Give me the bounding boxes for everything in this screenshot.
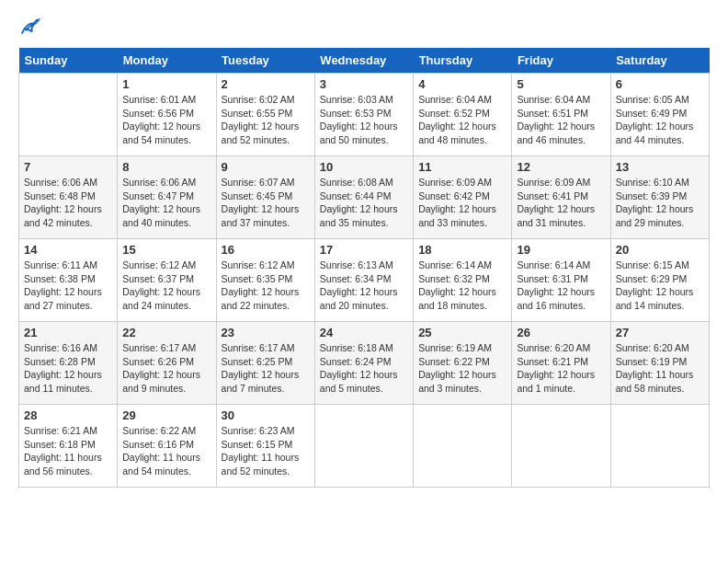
day-number: 26 (517, 326, 605, 339)
day-info: Sunrise: 6:10 AM Sunset: 6:39 PM Dayligh… (616, 176, 704, 230)
day-cell (610, 405, 709, 488)
header-cell-monday: Monday (118, 48, 216, 74)
day-cell: 28Sunrise: 6:21 AM Sunset: 6:18 PM Dayli… (19, 405, 118, 488)
day-info: Sunrise: 6:14 AM Sunset: 6:31 PM Dayligh… (517, 259, 605, 313)
day-number: 24 (320, 326, 408, 339)
day-cell: 24Sunrise: 6:18 AM Sunset: 6:24 PM Dayli… (314, 322, 413, 405)
day-number: 5 (517, 77, 605, 91)
day-cell: 20Sunrise: 6:15 AM Sunset: 6:29 PM Dayli… (610, 239, 709, 322)
day-cell: 11Sunrise: 6:09 AM Sunset: 6:42 PM Dayli… (414, 156, 512, 239)
day-info: Sunrise: 6:08 AM Sunset: 6:44 PM Dayligh… (320, 176, 408, 230)
day-number: 10 (320, 160, 408, 174)
day-info: Sunrise: 6:19 AM Sunset: 6:22 PM Dayligh… (418, 341, 506, 396)
day-number: 13 (616, 160, 704, 174)
day-cell: 29Sunrise: 6:22 AM Sunset: 6:16 PM Dayli… (118, 405, 216, 488)
day-cell: 22Sunrise: 6:17 AM Sunset: 6:26 PM Dayli… (118, 322, 216, 405)
day-number: 15 (122, 243, 210, 257)
day-info: Sunrise: 6:04 AM Sunset: 6:51 PM Dayligh… (517, 93, 605, 147)
day-cell: 13Sunrise: 6:10 AM Sunset: 6:39 PM Dayli… (610, 156, 709, 239)
day-number: 9 (222, 160, 310, 174)
day-info: Sunrise: 6:03 AM Sunset: 6:53 PM Dayligh… (320, 93, 408, 147)
day-info: Sunrise: 6:14 AM Sunset: 6:32 PM Dayligh… (418, 259, 506, 313)
logo-icon (18, 15, 44, 40)
week-row-3: 14Sunrise: 6:11 AM Sunset: 6:38 PM Dayli… (19, 239, 710, 322)
day-info: Sunrise: 6:15 AM Sunset: 6:29 PM Dayligh… (616, 259, 704, 313)
day-info: Sunrise: 6:16 AM Sunset: 6:28 PM Dayligh… (24, 341, 112, 396)
day-info: Sunrise: 6:17 AM Sunset: 6:25 PM Dayligh… (222, 341, 310, 396)
day-cell: 8Sunrise: 6:06 AM Sunset: 6:47 PM Daylig… (118, 156, 216, 239)
day-info: Sunrise: 6:01 AM Sunset: 6:56 PM Dayligh… (122, 93, 210, 147)
day-cell: 10Sunrise: 6:08 AM Sunset: 6:44 PM Dayli… (314, 156, 413, 239)
day-cell: 3Sunrise: 6:03 AM Sunset: 6:53 PM Daylig… (314, 74, 413, 156)
day-cell: 9Sunrise: 6:07 AM Sunset: 6:45 PM Daylig… (216, 156, 314, 239)
day-info: Sunrise: 6:20 AM Sunset: 6:19 PM Dayligh… (616, 341, 704, 396)
calendar-table: SundayMondayTuesdayWednesdayThursdayFrid… (18, 48, 710, 488)
day-cell: 17Sunrise: 6:13 AM Sunset: 6:34 PM Dayli… (314, 239, 413, 322)
day-number: 25 (418, 326, 506, 339)
day-number: 14 (24, 243, 112, 257)
day-info: Sunrise: 6:07 AM Sunset: 6:45 PM Dayligh… (222, 176, 310, 230)
day-cell (19, 74, 118, 156)
day-number: 28 (24, 408, 112, 422)
day-info: Sunrise: 6:06 AM Sunset: 6:47 PM Dayligh… (122, 176, 210, 230)
calendar-header: SundayMondayTuesdayWednesdayThursdayFrid… (19, 48, 710, 74)
day-cell: 6Sunrise: 6:05 AM Sunset: 6:49 PM Daylig… (610, 74, 709, 156)
day-info: Sunrise: 6:22 AM Sunset: 6:16 PM Dayligh… (122, 424, 210, 478)
day-info: Sunrise: 6:09 AM Sunset: 6:41 PM Dayligh… (517, 176, 605, 230)
page-header (18, 15, 710, 40)
day-info: Sunrise: 6:18 AM Sunset: 6:24 PM Dayligh… (320, 341, 408, 396)
day-cell: 2Sunrise: 6:02 AM Sunset: 6:55 PM Daylig… (216, 74, 314, 156)
day-info: Sunrise: 6:21 AM Sunset: 6:18 PM Dayligh… (24, 424, 112, 478)
week-row-5: 28Sunrise: 6:21 AM Sunset: 6:18 PM Dayli… (19, 405, 710, 488)
day-number: 11 (418, 160, 506, 174)
day-cell: 25Sunrise: 6:19 AM Sunset: 6:22 PM Dayli… (414, 322, 512, 405)
day-info: Sunrise: 6:20 AM Sunset: 6:21 PM Dayligh… (517, 341, 605, 396)
day-cell: 30Sunrise: 6:23 AM Sunset: 6:15 PM Dayli… (216, 405, 314, 488)
day-info: Sunrise: 6:02 AM Sunset: 6:55 PM Dayligh… (222, 93, 310, 147)
day-number: 21 (24, 326, 112, 339)
day-number: 27 (616, 326, 704, 339)
week-row-2: 7Sunrise: 6:06 AM Sunset: 6:48 PM Daylig… (19, 156, 710, 239)
calendar-body: 1Sunrise: 6:01 AM Sunset: 6:56 PM Daylig… (19, 74, 710, 488)
day-info: Sunrise: 6:23 AM Sunset: 6:15 PM Dayligh… (222, 424, 310, 478)
day-cell: 15Sunrise: 6:12 AM Sunset: 6:37 PM Dayli… (118, 239, 216, 322)
day-info: Sunrise: 6:09 AM Sunset: 6:42 PM Dayligh… (418, 176, 506, 230)
day-cell: 12Sunrise: 6:09 AM Sunset: 6:41 PM Dayli… (512, 156, 610, 239)
week-row-1: 1Sunrise: 6:01 AM Sunset: 6:56 PM Daylig… (19, 74, 710, 156)
day-cell (512, 405, 610, 488)
day-cell: 18Sunrise: 6:14 AM Sunset: 6:32 PM Dayli… (414, 239, 512, 322)
day-number: 6 (616, 77, 704, 91)
logo (18, 15, 48, 40)
day-number: 29 (122, 408, 210, 422)
day-cell: 21Sunrise: 6:16 AM Sunset: 6:28 PM Dayli… (19, 322, 118, 405)
header-cell-wednesday: Wednesday (314, 48, 413, 74)
day-info: Sunrise: 6:04 AM Sunset: 6:52 PM Dayligh… (418, 93, 506, 147)
day-cell: 4Sunrise: 6:04 AM Sunset: 6:52 PM Daylig… (414, 74, 512, 156)
day-number: 22 (122, 326, 210, 339)
day-cell (414, 405, 512, 488)
day-info: Sunrise: 6:12 AM Sunset: 6:37 PM Dayligh… (122, 259, 210, 313)
day-cell: 26Sunrise: 6:20 AM Sunset: 6:21 PM Dayli… (512, 322, 610, 405)
header-row: SundayMondayTuesdayWednesdayThursdayFrid… (19, 48, 710, 74)
day-info: Sunrise: 6:17 AM Sunset: 6:26 PM Dayligh… (122, 341, 210, 396)
day-number: 16 (222, 243, 310, 257)
day-info: Sunrise: 6:11 AM Sunset: 6:38 PM Dayligh… (24, 259, 112, 313)
day-number: 17 (320, 243, 408, 257)
header-cell-saturday: Saturday (610, 48, 709, 74)
day-cell: 7Sunrise: 6:06 AM Sunset: 6:48 PM Daylig… (19, 156, 118, 239)
day-number: 2 (222, 77, 310, 91)
day-cell: 19Sunrise: 6:14 AM Sunset: 6:31 PM Dayli… (512, 239, 610, 322)
day-number: 8 (122, 160, 210, 174)
day-cell: 27Sunrise: 6:20 AM Sunset: 6:19 PM Dayli… (610, 322, 709, 405)
header-cell-friday: Friday (512, 48, 610, 74)
day-number: 30 (222, 408, 310, 422)
header-cell-sunday: Sunday (19, 48, 118, 74)
day-number: 1 (122, 77, 210, 91)
day-info: Sunrise: 6:05 AM Sunset: 6:49 PM Dayligh… (616, 93, 704, 147)
day-cell: 1Sunrise: 6:01 AM Sunset: 6:56 PM Daylig… (118, 74, 216, 156)
header-cell-tuesday: Tuesday (216, 48, 314, 74)
week-row-4: 21Sunrise: 6:16 AM Sunset: 6:28 PM Dayli… (19, 322, 710, 405)
header-cell-thursday: Thursday (414, 48, 512, 74)
day-cell: 16Sunrise: 6:12 AM Sunset: 6:35 PM Dayli… (216, 239, 314, 322)
day-cell: 23Sunrise: 6:17 AM Sunset: 6:25 PM Dayli… (216, 322, 314, 405)
